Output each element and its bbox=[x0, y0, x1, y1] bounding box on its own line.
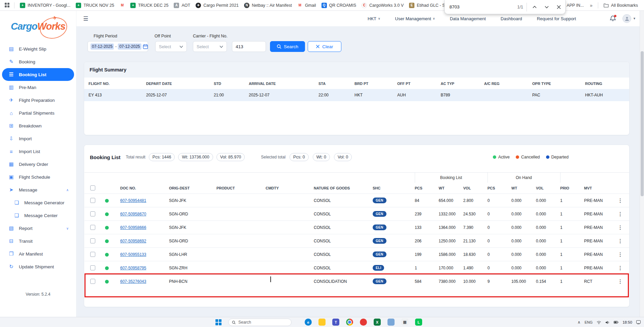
bookmark-item[interactable]: NNetbay :: Air Manifest bbox=[241, 2, 295, 9]
sidebar-item-flight-schedule[interactable]: ▣Flight Schedule bbox=[2, 171, 74, 183]
doc-no-link[interactable]: 607-35276043 bbox=[120, 279, 146, 284]
scrollbar-thumb[interactable] bbox=[641, 51, 644, 196]
table-row[interactable]: 607-50958692SGN-ORDCONSOLGEN2061250.0002… bbox=[84, 234, 630, 248]
nav-item-data-management[interactable]: Data Management bbox=[450, 16, 486, 21]
wifi-icon[interactable] bbox=[597, 321, 601, 324]
sidebar-item-report[interactable]: ▧Report∨ bbox=[2, 222, 74, 235]
bookmark-item[interactable]: QQR CROAMIS bbox=[319, 2, 359, 9]
hidden-icons-chevron[interactable]: ∧ bbox=[578, 320, 581, 325]
sidebar-item-import-list[interactable]: ≡Import List bbox=[2, 145, 74, 158]
bookmark-item-app-in[interactable]: APP IN... bbox=[564, 2, 586, 9]
row-actions-kebab-icon[interactable]: ⋮ bbox=[618, 198, 623, 203]
window-scrollbar[interactable] bbox=[640, 11, 644, 317]
table-row[interactable]: 607-50958795SGN-ZRHCONSOLELI1170.0001.49… bbox=[84, 261, 630, 275]
excel-icon[interactable]: X bbox=[374, 319, 381, 326]
notification-center-icon[interactable] bbox=[636, 320, 641, 324]
speaker-icon[interactable] bbox=[605, 321, 610, 324]
sidebar-item-import[interactable]: ⇩Import bbox=[2, 132, 74, 145]
row-checkbox[interactable] bbox=[90, 225, 95, 230]
row-actions-kebab-icon[interactable]: ⋮ bbox=[618, 211, 623, 217]
table-row[interactable]: 607-50954481SGN-JFKCONSOLGEN84654.0002.8… bbox=[84, 194, 630, 207]
sidebar-item-pre-man[interactable]: ▥Pre-Man bbox=[2, 81, 74, 94]
find-close-button[interactable] bbox=[554, 3, 563, 11]
red-app-icon[interactable] bbox=[360, 319, 367, 326]
doc-no-link[interactable]: 607-50958666 bbox=[120, 225, 146, 230]
row-actions-kebab-icon[interactable]: ⋮ bbox=[618, 238, 623, 244]
table-row[interactable]: 607-50958666SGN-JFKCONSOLGEN1331364.0007… bbox=[84, 221, 630, 234]
bookmark-item[interactable]: AAOT bbox=[171, 2, 193, 9]
row-checkbox[interactable] bbox=[90, 252, 95, 257]
bookmark-item[interactable]: M bbox=[117, 2, 128, 9]
carrier-select[interactable]: Select bbox=[193, 41, 227, 52]
search-button[interactable]: Search bbox=[270, 41, 305, 52]
sidebar-item-flight-preparation[interactable]: ✈Flight Preparation bbox=[2, 94, 74, 107]
sidebar-item-message-center[interactable]: ❑Message Center bbox=[2, 209, 74, 222]
bookmark-item[interactable]: +INVENTORY - Googl... bbox=[17, 2, 73, 9]
nav-item-dashboard[interactable]: Dashboard bbox=[501, 16, 522, 21]
nav-item-request-for-support[interactable]: Request for Support bbox=[537, 16, 576, 21]
nav-item-user-management[interactable]: User Management∨ bbox=[395, 16, 435, 21]
sidebar-item-update-shipment[interactable]: ↻Update Shipment bbox=[2, 260, 74, 273]
language-indicator[interactable]: ENG bbox=[584, 320, 592, 324]
bookmark-item[interactable]: ✈Cargo Permit 2021 bbox=[193, 2, 241, 9]
row-actions-kebab-icon[interactable]: ⋮ bbox=[618, 251, 623, 257]
chrome-icon[interactable] bbox=[346, 319, 353, 326]
table-row[interactable]: 607-35276043PNH-BCNCONSOLIDATIONGEN58473… bbox=[84, 275, 630, 288]
calendar-icon[interactable] bbox=[143, 44, 148, 49]
doc-no-link[interactable]: 607-50958692 bbox=[120, 239, 146, 243]
select-all-checkbox[interactable] bbox=[90, 185, 95, 190]
off-point-select[interactable]: Select bbox=[155, 41, 187, 52]
row-checkbox[interactable] bbox=[90, 265, 95, 270]
sidebar-item-breakdown[interactable]: ⊞Breakdown bbox=[2, 119, 74, 132]
user-menu[interactable]: ▼ bbox=[622, 14, 636, 23]
app-logo[interactable]: CargoWorks ✈ bbox=[0, 11, 76, 42]
sidebar-item-e-weight-slip[interactable]: ▤E-Weight Slip bbox=[2, 42, 74, 55]
sidebar-item-transit[interactable]: ⊟Transit bbox=[2, 235, 74, 247]
grid-app-icon[interactable] bbox=[387, 319, 395, 326]
table-row[interactable]: 607-50955133SGN-LHRCONSOLGEN1991586.0001… bbox=[84, 248, 630, 261]
flight-period-daterange[interactable]: 07-12-2025 - 07-12-2025 bbox=[88, 41, 148, 52]
find-next-button[interactable] bbox=[542, 3, 551, 11]
flight-summary-row[interactable]: EY 4132025-12-0721:002025-12-0722:00HKTA… bbox=[84, 89, 629, 101]
flight-no-input[interactable] bbox=[232, 44, 266, 49]
find-input[interactable] bbox=[449, 4, 514, 9]
calculator-icon[interactable]: ▦ bbox=[401, 319, 408, 326]
all-bookmarks-button[interactable]: All Bookmarks bbox=[601, 2, 641, 9]
edge-icon[interactable]: e bbox=[305, 319, 312, 326]
row-actions-kebab-icon[interactable]: ⋮ bbox=[618, 265, 623, 271]
notifications-bell-icon[interactable] bbox=[610, 15, 616, 22]
row-checkbox[interactable] bbox=[90, 238, 95, 243]
row-checkbox[interactable] bbox=[90, 279, 95, 284]
bookmarks-overflow-chevron[interactable]: » bbox=[586, 3, 595, 8]
sidebar-item-message[interactable]: ➤Message∧ bbox=[2, 183, 74, 196]
sidebar-item-message-generator[interactable]: ❏Message Generator bbox=[2, 196, 74, 209]
row-actions-kebab-icon[interactable]: ⋮ bbox=[618, 278, 623, 284]
teams-icon[interactable]: T bbox=[332, 319, 339, 326]
bookmark-item[interactable]: MGmail bbox=[295, 2, 319, 9]
file-explorer-icon[interactable] bbox=[318, 319, 326, 326]
clock[interactable]: 18:50 bbox=[622, 320, 632, 324]
bookmark-item[interactable]: CCargoWorks 3.0 V bbox=[359, 2, 406, 9]
tab-groups-grid-icon[interactable] bbox=[5, 3, 10, 8]
doc-no-link[interactable]: 607-50955133 bbox=[120, 252, 146, 257]
bookmark-item[interactable]: +TRUCK DEC 25 bbox=[128, 2, 171, 9]
row-checkbox[interactable] bbox=[90, 211, 95, 216]
sidebar-item-booking-list[interactable]: ☰Booking List bbox=[2, 68, 74, 81]
hamburger-menu-icon[interactable]: ☰ bbox=[83, 15, 88, 22]
battery-icon[interactable] bbox=[614, 321, 618, 324]
sidebar-item-delivery-order[interactable]: ▦Delivery Order bbox=[2, 158, 74, 171]
table-row[interactable]: 607-50958670SGN-ORDCONSOLGEN2391332.0002… bbox=[84, 207, 630, 221]
bookmark-item[interactable]: +TRUCK NOV 25 bbox=[73, 2, 117, 9]
doc-no-link[interactable]: 607-50958670 bbox=[120, 212, 146, 216]
row-checkbox[interactable] bbox=[90, 198, 95, 203]
taskbar-search[interactable]: Search bbox=[228, 319, 292, 326]
doc-no-link[interactable]: 607-50954481 bbox=[120, 198, 146, 203]
sidebar-item-air-manifest[interactable]: ❐Air Manifest bbox=[2, 247, 74, 260]
doc-no-link[interactable]: 607-50958795 bbox=[120, 266, 146, 270]
clear-button[interactable]: Clear bbox=[308, 41, 341, 52]
sidebar-item-booking[interactable]: ✎Booking bbox=[2, 55, 74, 68]
line-icon[interactable]: L bbox=[415, 319, 422, 326]
row-actions-kebab-icon[interactable]: ⋮ bbox=[618, 225, 623, 230]
nav-item-hkt[interactable]: HKT∨ bbox=[368, 16, 380, 21]
find-previous-button[interactable] bbox=[530, 3, 539, 11]
